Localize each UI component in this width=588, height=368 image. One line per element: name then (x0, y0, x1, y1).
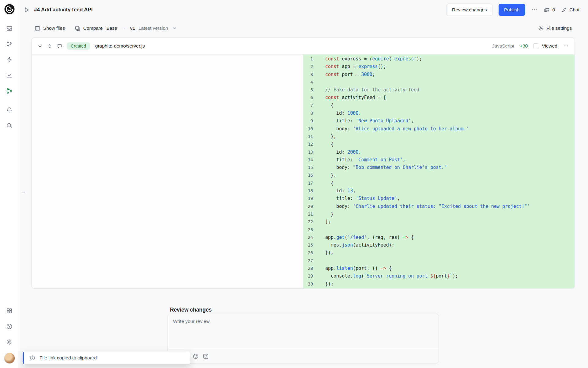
code-line[interactable]: 25 res.json(activityFeed); (303, 241, 575, 249)
graphite-logo-icon[interactable] (4, 4, 15, 15)
sidebar-item-help[interactable] (3, 320, 16, 332)
bell-icon (6, 107, 13, 113)
code-line[interactable]: 11 }, (303, 133, 575, 140)
line-number: 8 (303, 109, 317, 117)
code-line[interactable]: 8 id: 1000, (303, 109, 575, 117)
code-line[interactable]: 4 (303, 79, 575, 86)
comments-count: 0 (552, 7, 555, 13)
code-line[interactable]: 2const app = express(); (303, 63, 575, 71)
code-line[interactable]: 22]; (303, 218, 575, 226)
code-line[interactable]: 13 id: 2000, (303, 148, 575, 156)
sidebar-item-actions[interactable] (3, 53, 16, 66)
comments-icon (544, 7, 550, 13)
code-line[interactable]: 19 title: 'Status Update', (303, 195, 575, 202)
diff-old-pane (32, 55, 303, 288)
line-number: 7 (303, 102, 317, 109)
lightning-icon (6, 56, 13, 63)
toast-accent-bar (23, 351, 24, 364)
sidebar-item-apps[interactable] (3, 305, 16, 317)
chat-toggle[interactable]: Chat (561, 7, 579, 13)
sidebar-item-stacks[interactable] (3, 38, 16, 50)
diff-file-card: Created graphite-demo/server.js JavaScri… (32, 37, 575, 289)
more-options-button[interactable] (531, 7, 537, 13)
code-line[interactable]: 27 (303, 257, 575, 265)
code-line[interactable]: 7 { (303, 102, 575, 109)
code-line[interactable]: 30}); (303, 280, 575, 288)
sidebar-item-inbox[interactable] (3, 22, 16, 34)
code-line[interactable]: 15 body: "Bob commented on Charlie's pos… (303, 164, 575, 171)
info-icon (29, 355, 36, 361)
line-number: 21 (303, 210, 317, 218)
gear-icon (538, 25, 544, 31)
diff-added-lines: 1const express = require('express');2con… (303, 55, 575, 288)
review-composer (168, 314, 439, 363)
sidebar-item-search[interactable] (3, 119, 16, 132)
code-line[interactable]: 26}); (303, 249, 575, 257)
code-line[interactable]: 29 console.log(`Server running on port $… (303, 272, 575, 280)
collapse-file-button[interactable] (37, 44, 43, 49)
code-line[interactable]: 16 }, (303, 171, 575, 179)
user-avatar[interactable] (4, 353, 15, 364)
review-input[interactable] (168, 314, 439, 349)
review-changes-button[interactable]: Review changes (447, 4, 492, 16)
line-number: 30 (303, 280, 317, 288)
chevron-down-icon (172, 26, 177, 31)
file-name[interactable]: graphite-demo/server.js (95, 43, 145, 49)
show-files-button[interactable]: Show files (32, 23, 68, 33)
header-actions: Review changes Publish 0 Chat (447, 4, 579, 16)
code-line[interactable]: 24app.get('/feed', (req, res) => { (303, 234, 575, 241)
sidebar-item-settings[interactable] (3, 336, 16, 348)
file-settings-button[interactable]: File settings (535, 23, 575, 33)
pr-title: #4 Add activity feed API (34, 7, 92, 13)
line-number: 17 (303, 179, 317, 187)
line-number: 19 (303, 195, 317, 202)
line-number: 3 (303, 71, 317, 79)
compare-label: Compare (83, 25, 103, 31)
viewed-toggle[interactable]: Viewed (533, 43, 557, 49)
code-line[interactable]: 17 { (303, 179, 575, 187)
file-header-right: JavaScript +30 Viewed (492, 43, 569, 49)
comments-counter[interactable]: 0 (544, 7, 555, 13)
line-number: 11 (303, 133, 317, 140)
code-line[interactable]: 6const activityFeed = [ (303, 94, 575, 102)
viewed-checkbox[interactable] (533, 43, 539, 49)
line-number: 13 (303, 148, 317, 156)
compare-base: Base (106, 25, 117, 31)
sidebar-item-notifications[interactable] (3, 104, 16, 116)
code-line[interactable]: 5// Fake data for the activity feed (303, 86, 575, 94)
code-line[interactable]: 14 title: 'Comment on Post', (303, 156, 575, 164)
compare-selector[interactable]: Compare Base → v1 Latest version (75, 25, 177, 31)
line-number: 5 (303, 86, 317, 94)
code-line[interactable]: 28app.listen(port, () => { (303, 265, 575, 272)
file-comment-icon[interactable] (57, 44, 62, 49)
line-number: 27 (303, 257, 317, 265)
sidebar-item-insights[interactable] (3, 69, 16, 81)
left-sidebar (0, 0, 19, 368)
code-line[interactable]: 1const express = require('express'); (303, 55, 575, 63)
code-line[interactable]: 12 { (303, 140, 575, 148)
file-more-options-button[interactable] (563, 43, 569, 49)
top-header: #4 Add activity feed API Review changes … (19, 0, 588, 20)
diff-toolbar: Show files Compare Base → v1 Latest vers… (32, 22, 575, 34)
code-line[interactable]: 23 (303, 226, 575, 234)
code-line[interactable]: 21 } (303, 210, 575, 218)
publish-button[interactable]: Publish (499, 4, 525, 16)
emoji-picker-icon[interactable] (203, 353, 209, 359)
code-line[interactable]: 9 title: 'New Photo Uploaded', (303, 117, 575, 125)
collapse-gutter-marker[interactable]: − (20, 189, 27, 197)
sidebar-item-reviews[interactable] (3, 85, 16, 97)
compare-version-status: Latest version (138, 25, 168, 31)
code-line[interactable]: 20 body: 'Charlie updated their status: … (303, 203, 575, 210)
toast-notification[interactable]: File link copied to clipboard (23, 351, 190, 364)
side-panel-icon (35, 25, 40, 31)
trend-chart-icon (6, 72, 13, 79)
code-line[interactable]: 10 body: 'Alice uploaded a new photo to … (303, 125, 575, 133)
line-number: 14 (303, 156, 317, 164)
code-line[interactable]: 3const port = 3000; (303, 71, 575, 79)
help-icon (6, 323, 13, 330)
smiley-icon[interactable] (193, 353, 199, 359)
merge-icon (6, 88, 13, 94)
code-line[interactable]: 18 id: 13, (303, 187, 575, 195)
line-number: 25 (303, 241, 317, 249)
expand-lines-icon[interactable] (47, 44, 52, 49)
